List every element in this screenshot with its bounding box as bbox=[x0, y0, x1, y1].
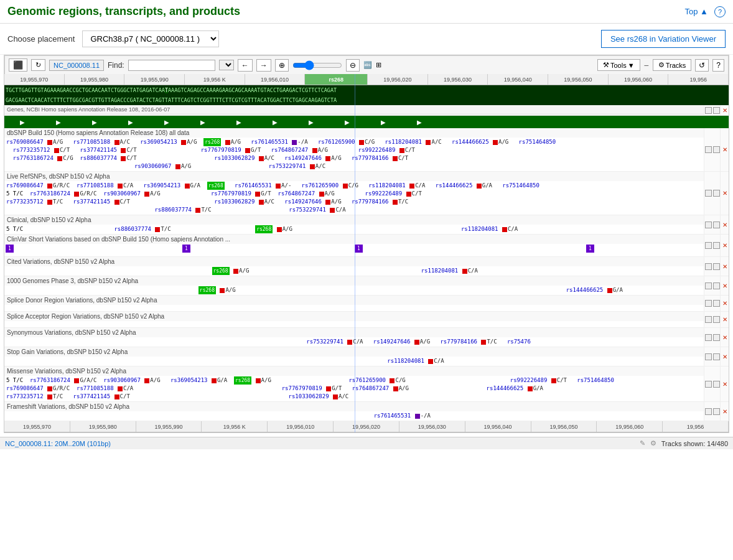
1000genomes-close-btn[interactable]: ✕ bbox=[722, 282, 727, 289]
synonymous-body: Synonymous Variations, dbSNP b150 v2 Alp… bbox=[4, 328, 704, 347]
rs7767970819-link[interactable]: rs7767970819 bbox=[201, 147, 241, 153]
bot-ruler-mark-5: 19,956,010 bbox=[268, 421, 334, 432]
cited-expand-btn2[interactable] bbox=[713, 263, 720, 270]
rs1033062829-link[interactable]: rs1033062829 bbox=[214, 155, 254, 161]
stop-gain-expand-btn1[interactable] bbox=[705, 353, 712, 360]
find-type-select[interactable] bbox=[219, 60, 234, 70]
help-toolbar-btn[interactable]: ? bbox=[712, 59, 724, 72]
dbsnp150-close-btn[interactable]: ✕ bbox=[722, 146, 727, 153]
clinical-close-btn[interactable]: ✕ bbox=[722, 222, 727, 228]
rs761465531-link[interactable]: rs761465531 bbox=[251, 139, 288, 145]
dbsnp150-expand-btn2[interactable] bbox=[713, 146, 720, 153]
splice-acceptor-expand-btn2[interactable] bbox=[713, 316, 720, 323]
help-icon[interactable]: ? bbox=[714, 6, 726, 17]
layout-icon[interactable]: ⊞ bbox=[376, 61, 381, 69]
missense-expand-btn2[interactable] bbox=[713, 381, 720, 388]
cited-row-1: rs268 A/G rs118204081 C/A bbox=[6, 267, 702, 275]
clinvar-expand-btn1[interactable] bbox=[705, 242, 712, 249]
clinical-expand-btn1[interactable] bbox=[705, 222, 712, 228]
clinvar-box-3[interactable]: 1 bbox=[355, 245, 363, 253]
1000genomes-expand-col bbox=[704, 276, 720, 295]
rs751464850-link[interactable]: rs751464850 bbox=[519, 139, 556, 145]
gene-arrow-6: ▶ bbox=[200, 119, 205, 126]
rs268-link-1[interactable]: rs268 bbox=[203, 139, 221, 145]
rs769086647-link[interactable]: rs769086647 bbox=[6, 139, 44, 145]
clinvar-expand-btn2[interactable] bbox=[713, 242, 720, 249]
synonymous-close-btn[interactable]: ✕ bbox=[722, 334, 727, 341]
stop-gain-close-btn[interactable]: ✕ bbox=[722, 353, 727, 360]
synonymous-expand-btn2[interactable] bbox=[713, 334, 720, 341]
dbsnp150-expand-btn1[interactable] bbox=[705, 146, 712, 153]
rs7763186724-link[interactable]: rs7763186724 bbox=[13, 155, 54, 161]
splice-acceptor-close-btn[interactable]: ✕ bbox=[722, 316, 727, 323]
rs761265900-link[interactable]: rs761265900 bbox=[318, 139, 355, 145]
top-link[interactable]: Top ▲ bbox=[685, 7, 708, 16]
gene-close-btn[interactable]: ✕ bbox=[722, 107, 727, 114]
clinvar-box-4[interactable]: 1 bbox=[586, 245, 594, 253]
rs369054213-link[interactable]: rs369054213 bbox=[140, 139, 177, 145]
cited-close-btn[interactable]: ✕ bbox=[722, 263, 727, 270]
rs144466625-link-1[interactable]: rs144466625 bbox=[452, 139, 489, 145]
missense-close-btn[interactable]: ✕ bbox=[722, 381, 727, 388]
rs118204081-link-1[interactable]: rs118204081 bbox=[385, 139, 422, 145]
zoom-text-icon[interactable]: 🔤 bbox=[363, 61, 372, 69]
frameshift-expand-col bbox=[704, 402, 720, 421]
rs886037774-link[interactable]: rs886037774 bbox=[80, 155, 117, 161]
splice-donor-close-btn[interactable]: ✕ bbox=[722, 300, 727, 307]
reload-btn[interactable]: ↺ bbox=[695, 59, 709, 72]
rs903060967-link[interactable]: rs903060967 bbox=[134, 163, 172, 169]
next-btn[interactable]: → bbox=[256, 59, 271, 72]
rs992226489-link[interactable]: rs992226489 bbox=[358, 147, 396, 153]
clinical-expand-btn2[interactable] bbox=[713, 222, 720, 228]
rs773235712-link[interactable]: rs773235712 bbox=[13, 147, 50, 153]
refresh-btn[interactable] bbox=[31, 59, 45, 71]
missense-expand-btn1[interactable] bbox=[705, 381, 712, 388]
gene-expand-btn2[interactable] bbox=[713, 107, 720, 114]
stop-gain-expand-btn2[interactable] bbox=[713, 353, 720, 360]
minus-icon[interactable]: − bbox=[644, 60, 649, 70]
live-close-btn[interactable]: ✕ bbox=[722, 190, 727, 197]
dbsnp150-row-4: rs903060967 A/G rs753229741 A/C bbox=[6, 162, 702, 170]
1000genomes-expand-btn1[interactable] bbox=[705, 282, 712, 289]
zoom-out-btn[interactable]: ⊖ bbox=[346, 59, 360, 72]
clinvar-close-btn[interactable]: ✕ bbox=[722, 242, 727, 249]
clinvar-box-1[interactable]: 1 bbox=[6, 245, 14, 253]
find-input[interactable] bbox=[128, 60, 215, 71]
splice-donor-row: Splice Donor Region Variations, dbSNP b1… bbox=[4, 296, 729, 312]
splice-donor-expand-btn2[interactable] bbox=[713, 300, 720, 307]
prev-btn[interactable]: ← bbox=[238, 59, 253, 72]
back-to-overview-btn[interactable]: ⬛ bbox=[9, 58, 27, 72]
rs779784166-link[interactable]: rs779784166 bbox=[352, 155, 389, 161]
rs771085188-link[interactable]: rs771085188 bbox=[73, 139, 111, 145]
status-edit-icon[interactable]: ✎ bbox=[640, 439, 645, 447]
frameshift-close-btn[interactable]: ✕ bbox=[722, 408, 727, 415]
splice-acceptor-expand-btn1[interactable] bbox=[705, 316, 712, 323]
zoom-slider[interactable] bbox=[292, 60, 342, 70]
ruler-mark-2: 19,955,980 bbox=[65, 74, 125, 85]
rs149247646-link[interactable]: rs149247646 bbox=[284, 155, 322, 161]
synonymous-expand-btn1[interactable] bbox=[705, 334, 712, 341]
status-gear-icon[interactable]: ⚙ bbox=[650, 439, 656, 447]
variation-viewer-button[interactable]: See rs268 in Variation Viewer bbox=[601, 30, 726, 48]
rs753229741-link[interactable]: rs753229741 bbox=[269, 163, 306, 169]
splice-donor-expand-btn1[interactable] bbox=[705, 300, 712, 307]
live-expand-btn1[interactable] bbox=[705, 190, 712, 197]
gene-expand-btn1[interactable] bbox=[705, 107, 712, 114]
bot-ruler-mark-8: 19,956,040 bbox=[465, 421, 531, 432]
tools-button[interactable]: ⚒ Tools ▼ bbox=[597, 59, 640, 71]
clinvar-box-2[interactable]: 1 bbox=[182, 245, 190, 253]
rs764867247-link[interactable]: rs764867247 bbox=[271, 147, 309, 153]
placement-select[interactable]: GRCh38.p7 ( NC_000008.11 ) bbox=[82, 30, 219, 47]
cited-expand-btn1[interactable] bbox=[705, 263, 712, 270]
genome-browser: ⬛ NC_000008.11 Find: ← → ⊕ ⊖ 🔤 ⊞ ⚒ Tools… bbox=[4, 55, 729, 433]
tracks-button[interactable]: ⚙ Tracks bbox=[653, 59, 692, 71]
frameshift-expand-btn1[interactable] bbox=[705, 408, 712, 415]
zoom-in-btn[interactable]: ⊕ bbox=[275, 59, 289, 72]
frameshift-expand-btn2[interactable] bbox=[713, 408, 720, 415]
live-expand-btn2[interactable] bbox=[713, 190, 720, 197]
1000genomes-expand-btn2[interactable] bbox=[713, 282, 720, 289]
cited-close-col: ✕ bbox=[720, 257, 729, 276]
dbsnp150-close-col: ✕ bbox=[720, 128, 729, 171]
clinical-row: Clinical, dbSNP b150 v2 Alpha 5 T/C rs88… bbox=[4, 215, 729, 235]
rs377421145-link[interactable]: rs377421145 bbox=[80, 147, 117, 153]
